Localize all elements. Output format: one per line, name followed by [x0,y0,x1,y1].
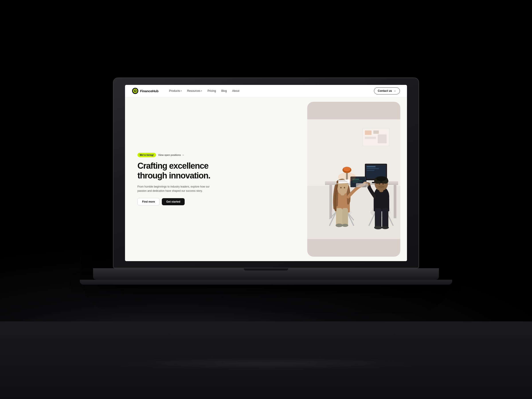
svg-rect-8 [365,137,376,139]
nav-item-about[interactable]: About [230,88,242,94]
nav-item-resources[interactable]: Resources ▾ [185,88,204,94]
logo-icon [132,88,138,94]
svg-point-73 [378,185,384,188]
nav-item-pricing[interactable]: Pricing [205,88,218,94]
products-chevron-icon: ▾ [181,90,182,92]
laptop-base [93,268,439,280]
svg-point-46 [342,224,348,227]
nav-item-products[interactable]: Products ▾ [167,88,184,94]
hero-left: We're hiring! View open positions → Craf… [137,153,231,205]
contact-arrow-icon: → [393,89,396,92]
view-positions-link[interactable]: View open positions → [158,154,184,156]
svg-point-30 [343,167,350,171]
hero-section: We're hiring! View open positions → Craf… [125,97,407,261]
view-positions-arrow-icon: → [182,154,184,156]
resources-chevron-icon: ▾ [201,90,202,92]
svg-point-64 [382,226,389,229]
svg-rect-7 [373,130,379,134]
svg-rect-26 [352,180,362,181]
hiring-badge: We're hiring! [137,153,156,157]
svg-rect-27 [352,182,358,183]
svg-point-2 [134,90,136,92]
svg-rect-12 [329,185,332,218]
svg-rect-61 [375,208,381,228]
nav-item-blog[interactable]: Blog [219,88,229,94]
hero-description: From humble beginnings to industry leade… [137,185,211,193]
svg-rect-75 [356,183,368,187]
svg-point-71 [379,183,380,184]
screen: FinanceHub Products ▾ Resources ▾ Pricin… [125,85,407,261]
svg-rect-19 [367,170,374,171]
logo-text: FinanceHub [140,89,158,93]
contact-us-button[interactable]: Contact us → [374,87,400,95]
logo-group[interactable]: FinanceHub [132,88,158,94]
svg-rect-6 [365,130,372,135]
laptop-hinge [244,268,288,270]
laptop-bottom-edge [80,280,452,285]
navbar: FinanceHub Products ▾ Resources ▾ Pricin… [125,85,407,97]
find-more-button[interactable]: Find more [137,198,160,205]
svg-point-49 [340,187,342,188]
svg-point-70 [376,177,386,181]
svg-rect-43 [336,208,342,226]
svg-rect-9 [378,134,386,143]
svg-rect-13 [394,185,396,218]
svg-point-63 [374,226,382,229]
svg-point-72 [382,183,384,184]
svg-rect-18 [367,168,379,169]
svg-point-45 [336,223,343,227]
svg-rect-62 [382,208,388,228]
svg-rect-44 [342,208,348,226]
nav-links: Products ▾ Resources ▾ Pricing Blog Abou [167,88,264,94]
svg-point-50 [344,187,345,188]
hero-image [307,102,400,257]
hero-title: Crafting excellence through innovation. [137,161,231,180]
get-started-button[interactable]: Get started [162,198,185,205]
laptop-lid: FinanceHub Products ▾ Resources ▾ Pricin… [113,78,419,268]
svg-rect-17 [367,166,375,167]
hiring-badge-row: We're hiring! View open positions → [137,153,231,157]
hero-buttons: Find more Get started [137,198,231,205]
